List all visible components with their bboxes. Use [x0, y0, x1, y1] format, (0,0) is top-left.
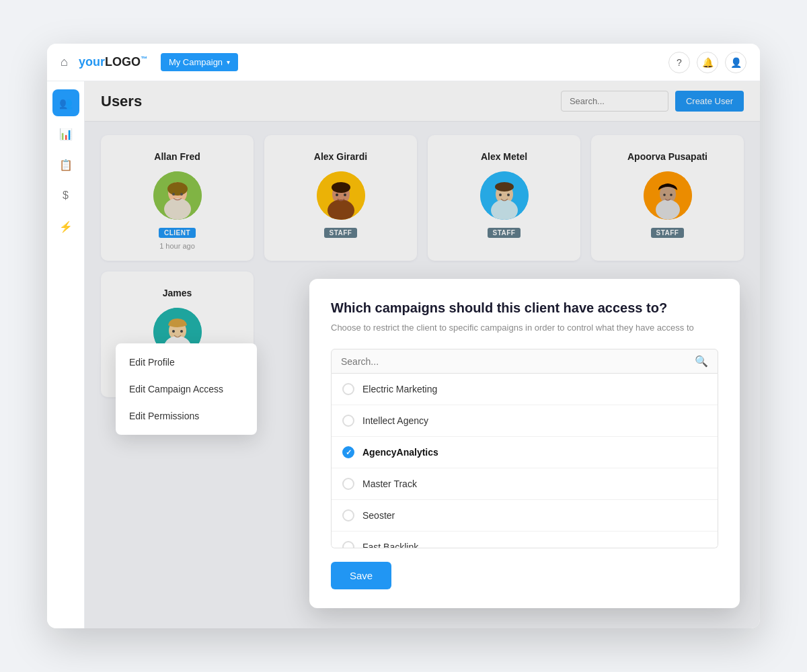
- campaign-checkbox: [342, 478, 354, 490]
- logo-your: your: [79, 55, 105, 69]
- logo-bold: LOGO: [105, 55, 141, 69]
- notifications-button[interactable]: 🔔: [697, 52, 718, 73]
- campaign-item-mastertrack[interactable]: Master Track: [332, 468, 718, 500]
- main-layout: 👥 📊 📋 $ ⚡ Users: [47, 81, 760, 628]
- campaign-item-electric[interactable]: Electric Marketing: [332, 374, 718, 405]
- context-menu: Edit Profile Edit Campaign Access Edit P…: [116, 343, 257, 435]
- modal-title: Which campaigns should this client have …: [331, 300, 718, 316]
- sidebar-item-campaigns[interactable]: 📋: [52, 151, 79, 178]
- billing-icon: $: [63, 190, 69, 202]
- campaign-item-intellect[interactable]: Intellect Agency: [332, 405, 718, 437]
- chevron-down-icon: ▾: [227, 58, 230, 66]
- modal-search-input[interactable]: [341, 356, 695, 367]
- topbar-right: ? 🔔 👤: [668, 52, 746, 73]
- logo-tm: ™: [141, 55, 147, 62]
- modal-search-box: 🔍: [331, 349, 718, 374]
- campaign-name: Master Track: [362, 478, 417, 489]
- logo: yourLOGO™: [79, 55, 147, 69]
- campaign-name: Electric Marketing: [362, 384, 437, 394]
- sidebar-item-billing[interactable]: $: [52, 182, 79, 209]
- campaign-name: Seoster: [362, 510, 395, 521]
- campaign-name: Fast Backlink: [362, 542, 418, 548]
- sidebar-item-reports[interactable]: 📊: [52, 120, 79, 147]
- sidebar: 👥 📊 📋 $ ⚡: [47, 81, 85, 628]
- campaign-checkbox-checked: [342, 446, 354, 458]
- browser-window: ⌂ yourLOGO™ My Campaign ▾ ? 🔔 👤 👥: [47, 44, 760, 628]
- context-menu-edit-campaign-access[interactable]: Edit Campaign Access: [116, 376, 257, 403]
- user-avatar-button[interactable]: 👤: [725, 52, 746, 73]
- users-icon: 👥: [59, 97, 73, 110]
- reports-icon: 📊: [59, 128, 73, 140]
- campaign-name: Intellect Agency: [362, 415, 428, 426]
- bell-icon: 🔔: [702, 57, 714, 68]
- avatar-icon: 👤: [730, 57, 742, 68]
- search-icon: 🔍: [695, 355, 708, 368]
- topbar: ⌂ yourLOGO™ My Campaign ▾ ? 🔔 👤: [47, 44, 760, 81]
- save-button[interactable]: Save: [331, 562, 391, 589]
- campaign-name: AgencyAnalytics: [362, 447, 438, 458]
- modal-panel: Which campaigns should this client have …: [309, 279, 740, 609]
- campaign-checkbox: [342, 415, 354, 427]
- campaign-item-fastbacklink[interactable]: Fast Backlink: [332, 532, 718, 548]
- campaign-btn-label: My Campaign: [169, 57, 223, 67]
- campaign-checkbox: [342, 383, 354, 395]
- campaign-list: Electric Marketing Intellect Agency Agen…: [331, 374, 718, 548]
- context-menu-edit-profile[interactable]: Edit Profile: [116, 349, 257, 376]
- question-icon: ?: [677, 57, 682, 68]
- sidebar-item-users[interactable]: 👥: [52, 89, 79, 116]
- campaigns-icon: 📋: [59, 159, 73, 171]
- content-area: Users Create User Allan Fred: [85, 81, 760, 628]
- help-button[interactable]: ?: [668, 52, 690, 73]
- campaign-dropdown-button[interactable]: My Campaign ▾: [161, 53, 238, 71]
- home-icon[interactable]: ⌂: [61, 55, 68, 69]
- campaign-checkbox: [342, 541, 354, 548]
- campaign-checkbox: [342, 509, 354, 521]
- sidebar-item-activity[interactable]: ⚡: [52, 213, 79, 240]
- modal-subtitle: Choose to restrict the client to specifi…: [331, 321, 718, 335]
- campaign-item-agencyanalytics[interactable]: AgencyAnalytics: [332, 437, 718, 468]
- activity-icon: ⚡: [59, 220, 73, 233]
- campaign-item-seoster[interactable]: Seoster: [332, 500, 718, 532]
- context-menu-edit-permissions[interactable]: Edit Permissions: [116, 403, 257, 429]
